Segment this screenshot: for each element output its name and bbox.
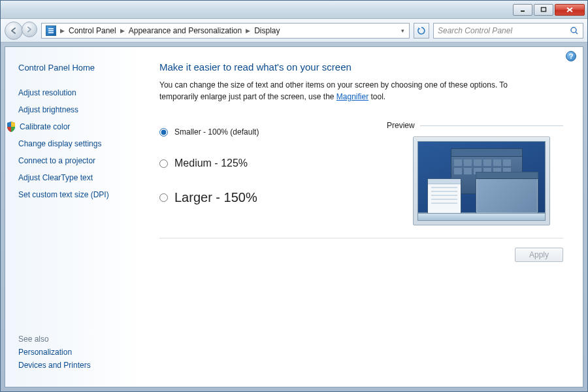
chevron-right-icon: ▶ xyxy=(119,27,126,34)
see-also-personalization[interactable]: Personalization xyxy=(18,348,134,357)
see-also-label: See also xyxy=(18,335,134,344)
radio-larger[interactable] xyxy=(159,193,168,202)
apply-button[interactable]: Apply xyxy=(515,248,563,262)
preview-section: Preview xyxy=(387,121,563,226)
option-smaller-label: Smaller - 100% (default) xyxy=(174,127,259,137)
search-input[interactable]: Search Control Panel xyxy=(433,23,583,39)
control-panel-home-link[interactable]: Control Panel Home xyxy=(18,63,134,73)
address-dropdown[interactable]: ▾ xyxy=(397,27,408,34)
main-content: Make it easier to read what's on your sc… xyxy=(142,47,583,387)
intro-text: You can change the size of text and othe… xyxy=(159,79,512,103)
titlebar xyxy=(1,1,587,19)
sidebar-link-adjust-brightness[interactable]: Adjust brightness xyxy=(18,105,134,114)
breadcrumb-display[interactable]: Display xyxy=(252,24,282,38)
chevron-right-icon: ▶ xyxy=(59,27,66,34)
magnifier-link[interactable]: Magnifier xyxy=(336,92,368,101)
option-medium-label: Medium - 125% xyxy=(174,157,248,169)
option-medium[interactable]: Medium - 125% xyxy=(159,157,361,169)
page-title: Make it easier to read what's on your sc… xyxy=(159,61,563,73)
sidebar-link-adjust-cleartype[interactable]: Adjust ClearType text xyxy=(18,173,134,182)
option-smaller[interactable]: Smaller - 100% (default) xyxy=(159,127,361,137)
address-bar[interactable]: ▶ Control Panel ▶ Appearance and Persona… xyxy=(41,23,410,39)
sidebar: Control Panel Home Adjust resolution Adj… xyxy=(5,47,142,387)
breadcrumb-control-panel[interactable]: Control Panel xyxy=(66,24,119,38)
divider xyxy=(159,238,563,238)
navigation-toolbar: ▶ Control Panel ▶ Appearance and Persona… xyxy=(1,19,587,42)
preview-image xyxy=(413,137,550,225)
breadcrumb-appearance[interactable]: Appearance and Personalization xyxy=(126,24,244,38)
sidebar-link-connect-projector[interactable]: Connect to a projector xyxy=(18,156,134,165)
svg-point-4 xyxy=(571,27,576,33)
close-button[interactable] xyxy=(555,4,585,16)
svg-rect-1 xyxy=(542,7,546,11)
preview-label: Preview xyxy=(387,121,415,130)
search-icon xyxy=(570,26,579,35)
shield-icon xyxy=(7,122,16,132)
radio-medium[interactable] xyxy=(159,159,168,168)
sidebar-link-custom-dpi[interactable]: Set custom text size (DPI) xyxy=(18,190,134,199)
option-larger[interactable]: Larger - 150% xyxy=(159,190,361,205)
control-panel-icon xyxy=(46,25,56,36)
refresh-button[interactable] xyxy=(414,23,429,39)
radio-smaller[interactable] xyxy=(159,128,168,137)
sidebar-link-calibrate-color[interactable]: Calibrate color xyxy=(20,122,70,131)
window-frame: ▶ Control Panel ▶ Appearance and Persona… xyxy=(0,0,588,392)
chevron-right-icon: ▶ xyxy=(244,27,252,34)
minimize-button[interactable] xyxy=(513,4,532,16)
size-options: Smaller - 100% (default) Medium - 125% L… xyxy=(159,121,361,226)
maximize-button[interactable] xyxy=(534,4,553,16)
see-also-devices-printers[interactable]: Devices and Printers xyxy=(18,361,134,370)
sidebar-link-adjust-resolution[interactable]: Adjust resolution xyxy=(18,88,134,97)
forward-button[interactable] xyxy=(22,22,37,37)
sidebar-link-change-display-settings[interactable]: Change display settings xyxy=(18,139,134,148)
svg-line-5 xyxy=(576,32,578,34)
divider xyxy=(420,125,563,126)
back-button[interactable] xyxy=(5,22,23,40)
content-area: ? Control Panel Home Adjust resolution A… xyxy=(5,46,583,387)
option-larger-label: Larger - 150% xyxy=(174,190,257,205)
search-placeholder: Search Control Panel xyxy=(438,26,512,35)
see-also-section: See also Personalization Devices and Pri… xyxy=(18,335,134,379)
